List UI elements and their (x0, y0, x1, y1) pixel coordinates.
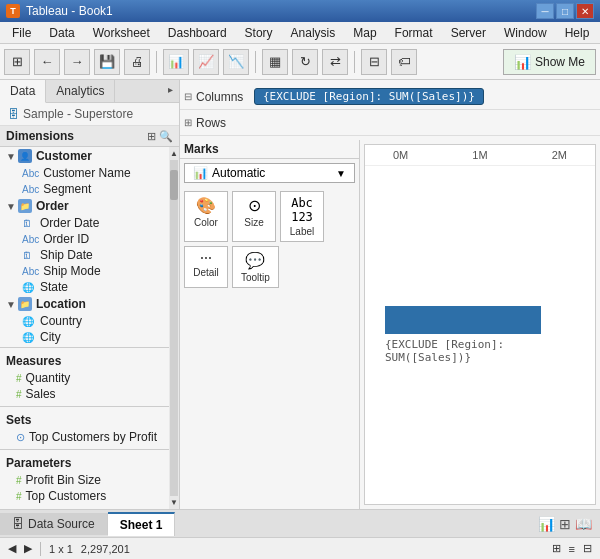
param-hash-icon2: # (16, 491, 22, 502)
arrow-down-icon2: ▼ (6, 201, 16, 212)
toolbar-label[interactable]: 🏷 (391, 49, 417, 75)
group-location-icon: 📁 (18, 297, 32, 311)
toolbar-print[interactable]: 🖨 (124, 49, 150, 75)
rows-text: Rows (196, 116, 226, 130)
new-story-icon[interactable]: 📖 (575, 516, 592, 532)
status-grid-icon[interactable]: ⊞ (552, 542, 561, 555)
toolbar-save[interactable]: 💾 (94, 49, 120, 75)
dim-ship-date[interactable]: 🗓 Ship Date (0, 247, 169, 263)
marks-type-icon: 📊 (193, 166, 208, 180)
dim-customer-name[interactable]: Abc Customer Name (0, 165, 169, 181)
columns-icon: ⊟ (184, 91, 192, 102)
grid-icon[interactable]: ⊞ (147, 130, 156, 143)
minimize-button[interactable]: ─ (536, 3, 554, 19)
group-location-header[interactable]: ▼ 📁 Location (0, 295, 169, 313)
scroll-up-icon[interactable]: ▲ (170, 149, 178, 158)
data-source-name: Sample - Superstore (23, 107, 133, 121)
measure-quantity[interactable]: # Quantity (0, 370, 169, 386)
left-panel-content: ▼ 👤 Customer Abc Customer Name Abc Segme… (0, 147, 169, 509)
toolbar-back[interactable]: ← (34, 49, 60, 75)
toolbar-new[interactable]: ⊞ (4, 49, 30, 75)
menu-file[interactable]: File (4, 24, 39, 42)
menu-data[interactable]: Data (41, 24, 82, 42)
tooltip-button[interactable]: 💬 Tooltip (232, 246, 279, 288)
size-button[interactable]: ⊙ Size (232, 191, 276, 242)
columns-pill[interactable]: {EXCLUDE [Region]: SUM([Sales])} (254, 88, 484, 105)
label-button[interactable]: Abc123 Label (280, 191, 324, 242)
toolbar-chart[interactable]: 📊 (163, 49, 189, 75)
new-dashboard-icon[interactable]: ⊞ (559, 516, 571, 532)
params-header: Parameters (0, 454, 169, 472)
menu-story[interactable]: Story (237, 24, 281, 42)
scroll-track[interactable] (170, 160, 178, 496)
dim-order-id[interactable]: Abc Order ID (0, 231, 169, 247)
new-worksheet-icon[interactable]: 📊 (538, 516, 555, 532)
rows-shelf: ⊞ Rows (180, 110, 600, 136)
panel-tab-arrow[interactable]: ▸ (162, 80, 179, 102)
dim-order-date[interactable]: 🗓 Order Date (0, 215, 169, 231)
set-top-customers[interactable]: ⊙ Top Customers by Profit (0, 429, 169, 445)
param-hash-icon: # (16, 475, 22, 486)
tooltip-label: Tooltip (241, 272, 270, 283)
search-icon[interactable]: 🔍 (159, 130, 173, 143)
dim-ship-mode[interactable]: Abc Ship Mode (0, 263, 169, 279)
status-dimensions: 1 x 1 (49, 543, 73, 555)
param-profit-bin[interactable]: # Profit Bin Size (0, 472, 169, 488)
maximize-button[interactable]: □ (556, 3, 574, 19)
menu-map[interactable]: Map (345, 24, 384, 42)
group-customer-header[interactable]: ▼ 👤 Customer (0, 147, 169, 165)
marks-type-label: Automatic (212, 166, 265, 180)
hash-icon2: # (16, 389, 22, 400)
tab-analytics[interactable]: Analytics (46, 80, 115, 102)
tab-data[interactable]: Data (0, 80, 46, 103)
toolbar-sort[interactable]: ⊟ (361, 49, 387, 75)
left-panel-inner: ▼ 👤 Customer Abc Customer Name Abc Segme… (0, 147, 179, 509)
show-me-button[interactable]: 📊 Show Me (503, 49, 596, 75)
dimensions-label: Dimensions (6, 129, 74, 143)
param-profit-bin-label: Profit Bin Size (26, 473, 101, 487)
tab-sheet1[interactable]: Sheet 1 (108, 512, 176, 536)
menu-analysis[interactable]: Analysis (283, 24, 344, 42)
viz-axis-labels: 0M 1M 2M (373, 149, 587, 161)
detail-icon: ⋯ (200, 251, 212, 265)
dim-state[interactable]: 🌐 State (0, 279, 169, 295)
toolbar-swap[interactable]: ⇄ (322, 49, 348, 75)
nav-prev-icon[interactable]: ◀ (8, 542, 16, 555)
abc-icon: Abc (22, 168, 39, 179)
viz-chart-area[interactable]: {EXCLUDE [Region]: SUM([Sales])} (365, 166, 595, 504)
menu-worksheet[interactable]: Worksheet (85, 24, 158, 42)
menu-format[interactable]: Format (387, 24, 441, 42)
toolbar-filter[interactable]: ▦ (262, 49, 288, 75)
measure-sales[interactable]: # Sales (0, 386, 169, 402)
left-panel-scrollbar[interactable]: ▲ ▼ (169, 147, 179, 509)
toolbar-chart2[interactable]: 📈 (193, 49, 219, 75)
toolbar-chart3[interactable]: 📉 (223, 49, 249, 75)
toolbar-forward[interactable]: → (64, 49, 90, 75)
status-list-icon[interactable]: ≡ (569, 543, 575, 555)
menu-help[interactable]: Help (557, 24, 598, 42)
param-top-customers[interactable]: # Top Customers (0, 488, 169, 504)
menu-server[interactable]: Server (443, 24, 494, 42)
close-button[interactable]: ✕ (576, 3, 594, 19)
status-fit-icon[interactable]: ⊟ (583, 542, 592, 555)
dim-segment[interactable]: Abc Segment (0, 181, 169, 197)
columns-content[interactable]: {EXCLUDE [Region]: SUM([Sales])} (254, 88, 596, 105)
datasource-tab-label: Data Source (28, 517, 95, 531)
marks-type-dropdown[interactable]: 📊 Automatic ▼ (184, 163, 355, 183)
dim-country[interactable]: 🌐 Country (0, 313, 169, 329)
nav-next-icon[interactable]: ▶ (24, 542, 32, 555)
abc-icon2: Abc (22, 184, 39, 195)
group-order-header[interactable]: ▼ 📁 Order (0, 197, 169, 215)
scroll-down-icon[interactable]: ▼ (170, 498, 178, 507)
dim-city[interactable]: 🌐 City (0, 329, 169, 345)
tab-datasource[interactable]: 🗄 Data Source (0, 513, 108, 535)
viz-formula-label: {EXCLUDE [Region]: SUM([Sales])} (385, 338, 575, 364)
calendar-icon: 🗓 (22, 218, 36, 229)
color-button[interactable]: 🎨 Color (184, 191, 228, 242)
viz-bar[interactable] (385, 306, 541, 334)
detail-button[interactable]: ⋯ Detail (184, 246, 228, 288)
toolbar-refresh[interactable]: ↻ (292, 49, 318, 75)
menu-window[interactable]: Window (496, 24, 555, 42)
scroll-thumb[interactable] (170, 170, 178, 200)
menu-dashboard[interactable]: Dashboard (160, 24, 235, 42)
